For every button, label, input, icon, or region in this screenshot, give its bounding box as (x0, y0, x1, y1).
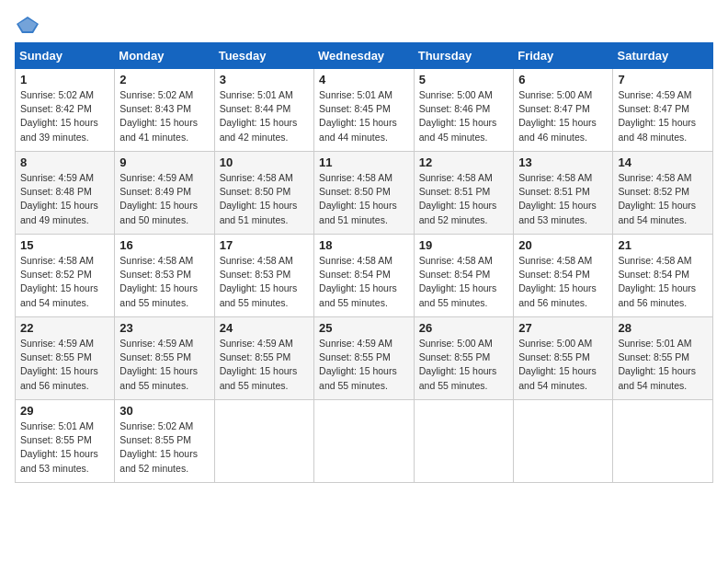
day-info: Sunrise: 4:58 AMSunset: 8:53 PMDaylight:… (220, 254, 309, 310)
day-cell: 5Sunrise: 5:00 AMSunset: 8:46 PMDaylight… (414, 69, 513, 152)
day-cell: 1Sunrise: 5:02 AMSunset: 8:42 PMDaylight… (16, 69, 115, 152)
day-number: 1 (20, 73, 109, 86)
day-info: Sunrise: 5:00 AMSunset: 8:46 PMDaylight:… (419, 88, 508, 144)
day-cell (314, 400, 415, 483)
day-info: Sunrise: 5:00 AMSunset: 8:55 PMDaylight:… (419, 337, 508, 393)
day-info: Sunrise: 5:02 AMSunset: 8:42 PMDaylight:… (20, 88, 109, 144)
day-info: Sunrise: 5:01 AMSunset: 8:45 PMDaylight:… (319, 88, 409, 144)
day-cell: 16Sunrise: 4:58 AMSunset: 8:53 PMDayligh… (115, 235, 214, 317)
day-cell: 9Sunrise: 4:59 AMSunset: 8:49 PMDaylight… (115, 152, 214, 235)
day-cell: 24Sunrise: 4:59 AMSunset: 8:55 PMDayligh… (214, 317, 313, 400)
week-row-5: 29Sunrise: 5:01 AMSunset: 8:55 PMDayligh… (16, 400, 713, 483)
header-row: SundayMondayTuesdayWednesdayThursdayFrid… (16, 43, 713, 69)
day-number: 2 (119, 73, 209, 86)
day-number: 13 (518, 155, 608, 169)
day-number: 25 (319, 321, 409, 335)
day-info: Sunrise: 4:58 AMSunset: 8:52 PMDaylight:… (20, 254, 109, 310)
day-number: 18 (319, 238, 409, 252)
day-cell: 2Sunrise: 5:02 AMSunset: 8:43 PMDaylight… (115, 69, 214, 152)
day-info: Sunrise: 4:58 AMSunset: 8:51 PMDaylight:… (419, 171, 508, 227)
day-number: 16 (119, 238, 209, 252)
day-cell: 18Sunrise: 4:58 AMSunset: 8:54 PMDayligh… (314, 235, 415, 317)
day-cell: 3Sunrise: 5:01 AMSunset: 8:44 PMDaylight… (214, 69, 313, 152)
day-cell (414, 400, 513, 483)
day-number: 10 (220, 155, 309, 169)
day-info: Sunrise: 4:58 AMSunset: 8:52 PMDaylight:… (618, 171, 708, 227)
day-cell: 11Sunrise: 4:58 AMSunset: 8:50 PMDayligh… (314, 152, 415, 235)
day-info: Sunrise: 4:59 AMSunset: 8:55 PMDaylight:… (20, 337, 109, 393)
day-cell: 23Sunrise: 4:59 AMSunset: 8:55 PMDayligh… (115, 317, 214, 400)
day-info: Sunrise: 4:59 AMSunset: 8:55 PMDaylight:… (119, 337, 209, 393)
calendar: SundayMondayTuesdayWednesdayThursdayFrid… (15, 42, 713, 483)
day-info: Sunrise: 5:02 AMSunset: 8:43 PMDaylight:… (119, 88, 209, 144)
day-info: Sunrise: 5:02 AMSunset: 8:55 PMDaylight:… (119, 419, 209, 476)
day-info: Sunrise: 4:58 AMSunset: 8:51 PMDaylight:… (518, 171, 608, 227)
day-number: 29 (20, 404, 109, 418)
col-header-thursday: Thursday (414, 43, 513, 69)
day-cell: 25Sunrise: 4:59 AMSunset: 8:55 PMDayligh… (314, 317, 415, 400)
day-cell: 6Sunrise: 5:00 AMSunset: 8:47 PMDaylight… (514, 69, 613, 152)
day-cell (214, 400, 313, 483)
col-header-saturday: Saturday (613, 43, 713, 69)
week-row-4: 22Sunrise: 4:59 AMSunset: 8:55 PMDayligh… (16, 317, 713, 400)
day-number: 4 (319, 73, 409, 86)
day-info: Sunrise: 4:58 AMSunset: 8:50 PMDaylight:… (319, 171, 409, 227)
col-header-wednesday: Wednesday (314, 43, 415, 69)
day-cell: 13Sunrise: 4:58 AMSunset: 8:51 PMDayligh… (514, 152, 613, 235)
day-cell: 12Sunrise: 4:58 AMSunset: 8:51 PMDayligh… (414, 152, 513, 235)
day-info: Sunrise: 5:01 AMSunset: 8:44 PMDaylight:… (220, 88, 309, 144)
day-cell: 22Sunrise: 4:59 AMSunset: 8:55 PMDayligh… (16, 317, 115, 400)
day-cell: 7Sunrise: 4:59 AMSunset: 8:47 PMDaylight… (613, 69, 713, 152)
day-number: 26 (419, 321, 508, 335)
day-cell: 26Sunrise: 5:00 AMSunset: 8:55 PMDayligh… (414, 317, 513, 400)
day-number: 27 (518, 321, 608, 335)
day-info: Sunrise: 4:58 AMSunset: 8:54 PMDaylight:… (518, 254, 608, 310)
day-cell: 27Sunrise: 5:00 AMSunset: 8:55 PMDayligh… (514, 317, 613, 400)
day-number: 24 (220, 321, 309, 335)
day-info: Sunrise: 4:59 AMSunset: 8:55 PMDaylight:… (220, 337, 309, 393)
day-cell: 17Sunrise: 4:58 AMSunset: 8:53 PMDayligh… (214, 235, 313, 317)
day-cell: 30Sunrise: 5:02 AMSunset: 8:55 PMDayligh… (115, 400, 214, 483)
day-number: 21 (618, 238, 708, 252)
day-cell: 20Sunrise: 4:58 AMSunset: 8:54 PMDayligh… (514, 235, 613, 317)
day-info: Sunrise: 4:58 AMSunset: 8:50 PMDaylight:… (220, 171, 309, 227)
day-number: 19 (419, 238, 508, 252)
day-info: Sunrise: 5:01 AMSunset: 8:55 PMDaylight:… (20, 419, 109, 476)
day-cell: 28Sunrise: 5:01 AMSunset: 8:55 PMDayligh… (613, 317, 713, 400)
col-header-friday: Friday (514, 43, 613, 69)
week-row-2: 8Sunrise: 4:59 AMSunset: 8:48 PMDaylight… (16, 152, 713, 235)
day-cell (514, 400, 613, 483)
day-number: 6 (518, 73, 608, 86)
logo-icon (15, 15, 40, 35)
day-info: Sunrise: 4:59 AMSunset: 8:48 PMDaylight:… (20, 171, 109, 227)
day-info: Sunrise: 4:59 AMSunset: 8:55 PMDaylight:… (319, 337, 409, 393)
week-row-3: 15Sunrise: 4:58 AMSunset: 8:52 PMDayligh… (16, 235, 713, 317)
day-number: 11 (319, 155, 409, 169)
day-cell: 21Sunrise: 4:58 AMSunset: 8:54 PMDayligh… (613, 235, 713, 317)
day-info: Sunrise: 4:58 AMSunset: 8:54 PMDaylight:… (319, 254, 409, 310)
day-number: 3 (220, 73, 309, 86)
day-number: 12 (419, 155, 508, 169)
day-number: 7 (618, 73, 708, 86)
day-info: Sunrise: 5:01 AMSunset: 8:55 PMDaylight:… (618, 337, 708, 393)
logo (15, 15, 44, 35)
day-number: 28 (618, 321, 708, 335)
day-cell: 10Sunrise: 4:58 AMSunset: 8:50 PMDayligh… (214, 152, 313, 235)
day-info: Sunrise: 4:59 AMSunset: 8:49 PMDaylight:… (119, 171, 209, 227)
day-number: 20 (518, 238, 608, 252)
day-info: Sunrise: 4:58 AMSunset: 8:53 PMDaylight:… (119, 254, 209, 310)
day-number: 8 (20, 155, 109, 169)
day-info: Sunrise: 5:00 AMSunset: 8:47 PMDaylight:… (518, 88, 608, 144)
day-number: 9 (119, 155, 209, 169)
day-cell: 15Sunrise: 4:58 AMSunset: 8:52 PMDayligh… (16, 235, 115, 317)
col-header-sunday: Sunday (16, 43, 115, 69)
day-info: Sunrise: 5:00 AMSunset: 8:55 PMDaylight:… (518, 337, 608, 393)
day-cell: 29Sunrise: 5:01 AMSunset: 8:55 PMDayligh… (16, 400, 115, 483)
day-cell: 4Sunrise: 5:01 AMSunset: 8:45 PMDaylight… (314, 69, 415, 152)
day-number: 5 (419, 73, 508, 86)
day-number: 15 (20, 238, 109, 252)
day-number: 23 (119, 321, 209, 335)
day-info: Sunrise: 4:59 AMSunset: 8:47 PMDaylight:… (618, 88, 708, 144)
day-number: 22 (20, 321, 109, 335)
day-info: Sunrise: 4:58 AMSunset: 8:54 PMDaylight:… (618, 254, 708, 310)
